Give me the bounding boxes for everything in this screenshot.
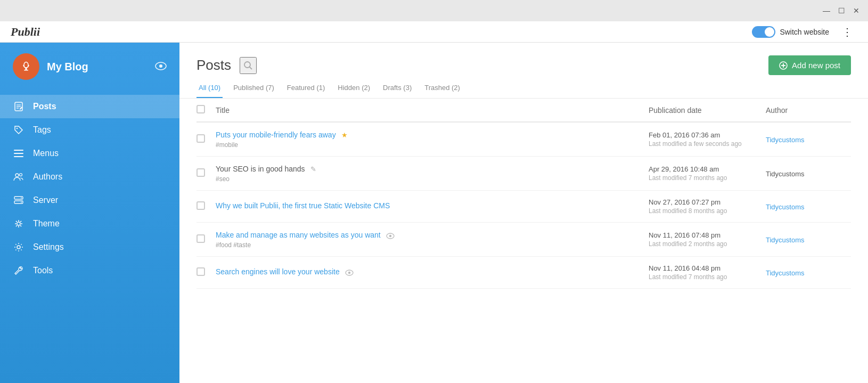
post-link-3[interactable]: Why we built Publii, the first true Stat…: [216, 201, 390, 210]
row-checkbox-5[interactable]: [196, 267, 205, 276]
table-row: Your SEO is in good hands ✎ #seo Apr 29,…: [196, 157, 851, 191]
post-date-main-5: Nov 11, 2016 04:48 pm: [649, 264, 766, 272]
sidebar: My Blog Posts: [0, 43, 179, 383]
post-title-cell-1: Puts your mobile-friendly fears away ★ #…: [216, 130, 649, 149]
post-date-main-1: Feb 01, 2016 07:36 am: [649, 131, 766, 139]
svg-rect-1: [26, 68, 27, 70]
page-title-area: Posts: [196, 57, 257, 74]
post-author-3[interactable]: Tidycustoms: [766, 203, 804, 211]
tools-icon: [13, 266, 24, 275]
table-header: Title Publication date Author: [196, 99, 851, 123]
filter-tab-trashed[interactable]: Trashed (2): [422, 80, 462, 98]
svg-line-23: [16, 221, 17, 222]
svg-point-9: [17, 128, 18, 129]
edit-icon-2[interactable]: ✎: [310, 165, 316, 173]
row-checkbox-1[interactable]: [196, 134, 205, 143]
filter-tab-drafts[interactable]: Drafts (3): [381, 80, 414, 98]
restore-button[interactable]: ☐: [836, 5, 847, 16]
search-button[interactable]: [240, 57, 257, 74]
posts-table: Title Publication date Author Puts your …: [179, 99, 868, 383]
post-date-main-2: Apr 29, 2016 10:48 am: [649, 165, 766, 173]
post-author-cell-3: Tidycustoms: [766, 202, 851, 211]
post-author-5[interactable]: Tidycustoms: [766, 269, 804, 277]
title-bar: — ☐ ✕: [0, 0, 868, 21]
filter-tab-featured[interactable]: Featured (1): [285, 80, 327, 98]
switch-website-toggle[interactable]: Switch website: [752, 26, 829, 38]
close-button[interactable]: ✕: [851, 5, 862, 16]
post-link-2[interactable]: Your SEO is in good hands: [216, 165, 305, 173]
more-menu-button[interactable]: ⋮: [838, 23, 857, 40]
post-date-cell-2: Apr 29, 2016 10:48 am Last modified 7 mo…: [649, 165, 766, 182]
content-header: Posts Add new post: [179, 43, 868, 75]
post-author-2: Tidycustoms: [766, 170, 804, 178]
post-date-cell-1: Feb 01, 2016 07:36 am Last modified a fe…: [649, 131, 766, 148]
main-layout: My Blog Posts: [0, 43, 868, 383]
header-bar: Publii Switch website ⋮: [0, 21, 868, 43]
row-checkbox-2[interactable]: [196, 168, 205, 177]
column-header-date: Publication date: [649, 106, 766, 115]
post-author-cell-4: Tidycustoms: [766, 235, 851, 245]
post-author-1[interactable]: Tidycustoms: [766, 136, 804, 144]
post-author-cell-2: Tidycustoms: [766, 169, 851, 178]
sidebar-item-server[interactable]: Server: [0, 189, 179, 212]
filter-tab-published[interactable]: Published (7): [231, 80, 276, 98]
svg-rect-11: [14, 153, 23, 154]
select-all-checkbox[interactable]: [196, 105, 205, 113]
post-link-1[interactable]: Puts your mobile-friendly fears away: [216, 131, 336, 139]
table-row: Search engines will love your website No…: [196, 257, 851, 289]
blog-name: My Blog: [47, 61, 88, 73]
post-link-4[interactable]: Make and manage as many websites as you …: [216, 231, 381, 239]
row-checkbox-3[interactable]: [196, 201, 205, 210]
sidebar-item-authors-label: Authors: [33, 172, 62, 182]
post-tag-2: #seo: [216, 175, 649, 183]
post-date-sub-4: Last modified 2 months ago: [649, 240, 766, 248]
filter-tab-hidden[interactable]: Hidden (2): [335, 80, 372, 98]
post-title-cell-4: Make and manage as many websites as you …: [216, 230, 649, 249]
sidebar-item-tools-label: Tools: [33, 266, 53, 275]
post-date-sub-1: Last modified a few seconds ago: [649, 140, 766, 148]
svg-point-14: [20, 174, 22, 176]
post-link-5[interactable]: Search engines will love your website: [216, 267, 340, 276]
sidebar-item-posts-label: Posts: [33, 102, 56, 111]
header-right: Switch website ⋮: [752, 23, 857, 40]
sidebar-item-posts[interactable]: Posts: [0, 95, 179, 118]
post-author-4[interactable]: Tidycustoms: [766, 236, 804, 244]
post-title-cell-2: Your SEO is in good hands ✎ #seo: [216, 164, 649, 183]
authors-icon: [13, 173, 24, 181]
filter-tab-all[interactable]: All (10): [196, 80, 223, 98]
svg-line-26: [16, 225, 17, 226]
sidebar-item-tags[interactable]: Tags: [0, 118, 179, 142]
post-tag-4: #food #taste: [216, 241, 649, 249]
svg-rect-12: [14, 156, 23, 157]
avatar: [13, 53, 39, 80]
filter-tabs: All (10) Published (7) Featured (1) Hidd…: [179, 75, 868, 99]
content-area: Posts Add new post All (10): [179, 43, 868, 383]
sidebar-item-settings[interactable]: Settings: [0, 235, 179, 259]
table-row: Make and manage as many websites as you …: [196, 223, 851, 257]
add-new-post-button[interactable]: Add new post: [768, 55, 851, 75]
sidebar-item-tools[interactable]: Tools: [0, 259, 179, 282]
svg-rect-2: [24, 70, 28, 71]
theme-icon: [13, 219, 24, 229]
svg-point-37: [348, 271, 350, 273]
post-title-cell-5: Search engines will love your website: [216, 267, 649, 278]
post-title-cell-3: Why we built Publii, the first true Stat…: [216, 201, 649, 212]
toggle-switch[interactable]: [752, 26, 775, 38]
sidebar-item-theme[interactable]: Theme: [0, 212, 179, 235]
sidebar-item-authors[interactable]: Authors: [0, 165, 179, 189]
posts-icon: [13, 102, 24, 111]
sidebar-item-menus-label: Menus: [33, 149, 59, 158]
sidebar-item-menus[interactable]: Menus: [0, 142, 179, 165]
row-checkbox-4[interactable]: [196, 234, 205, 243]
svg-rect-10: [14, 150, 23, 151]
featured-star-icon-1: ★: [341, 131, 348, 139]
post-author-cell-5: Tidycustoms: [766, 268, 851, 278]
page-title: Posts: [196, 57, 231, 74]
column-header-author: Author: [766, 106, 851, 115]
preview-icon[interactable]: [155, 61, 167, 73]
tags-icon: [13, 125, 24, 135]
svg-point-29: [244, 62, 250, 68]
minimize-button[interactable]: —: [821, 5, 832, 16]
hidden-eye-icon-4: [386, 231, 395, 239]
column-header-title: Title: [216, 106, 649, 115]
